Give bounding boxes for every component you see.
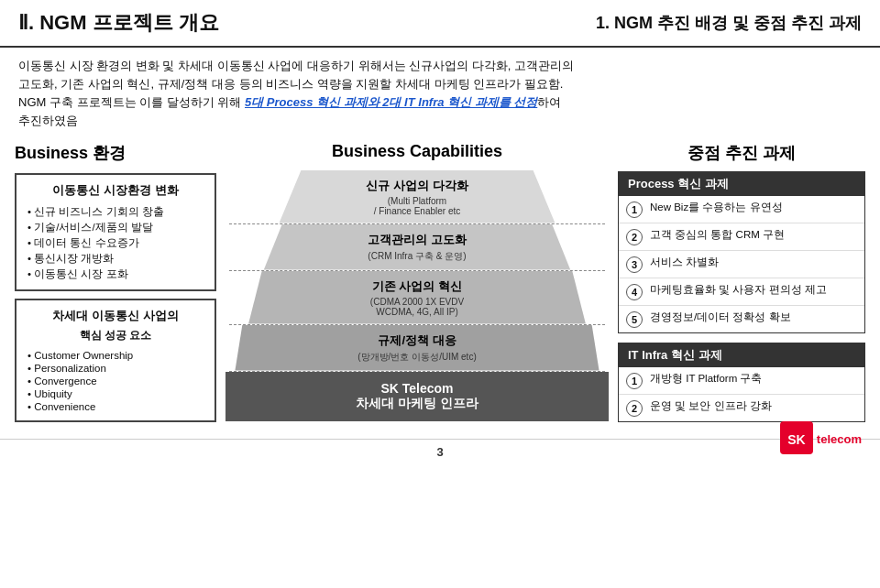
right-col-header: 중점 추진 과제 (618, 142, 865, 164)
list-item: Convergence (28, 375, 205, 387)
infra-section: IT Infra 혁신 과제 1 개방형 IT Platform 구축 2 운영… (618, 343, 865, 422)
pyramid-row-3-sub: (CDMA 2000 1X EVDV WCDMA, 4G, All IP) (370, 297, 464, 317)
right-column: 중점 추진 과제 Process 혁신 과제 1 New Biz를 수용하는 유… (618, 142, 865, 431)
sk-logo-icon: SK (780, 421, 813, 454)
env-list: 신규 비즈니스 기회의 창출 기술/서비스/제품의 발달 데이터 통신 수요증가… (26, 204, 205, 282)
main-content: Business 환경 이동통신 시장환경 변화 신규 비즈니스 기회의 창출 … (0, 135, 880, 439)
process-item-3: 3 서비스 차별화 (619, 251, 864, 278)
process-text-4: 마케팅효율화 및 사용자 편의성 제고 (650, 283, 857, 297)
success-box: 차세대 이동통신 사업의 핵심 성공 요소 Customer Ownership… (15, 299, 216, 422)
middle-column: Business Capabilities 신규 사업의 다각화 (Multi … (226, 142, 609, 431)
process-section-header: Process 혁신 과제 (619, 172, 864, 196)
pyramid: 신규 사업의 다각화 (Multi Platform / Finance Ena… (226, 170, 609, 421)
pyramid-row-5-title: SK Telecom 차세대 마케팅 인프라 (356, 381, 478, 412)
list-item: Ubiquity (28, 387, 205, 400)
process-num-1: 1 (626, 201, 643, 218)
header-title-right: 1. NGM 추진 배경 및 중점 추진 과제 (596, 12, 862, 34)
infra-section-header: IT Infra 혁신 과제 (619, 343, 864, 367)
pyramid-row-1-sub: (Multi Platform / Finance Enabler etc (374, 196, 461, 216)
pyramid-row-2-inner: 고객관리의 고도화 (CRM Infra 구축 & 운영) (368, 232, 467, 263)
list-item: Personalization (28, 362, 205, 375)
process-text-5: 경영정보/데이터 정확성 확보 (650, 310, 857, 324)
process-num-3: 3 (626, 256, 643, 273)
pyramid-row-1-title: 신규 사업의 다각화 (366, 178, 468, 194)
intro-line2: 고도화, 기존 사업의 혁신, 규제/정책 대응 등의 비즈니스 역량을 지원할… (18, 75, 862, 93)
left-col-header: Business 환경 (15, 142, 216, 164)
process-item-1: 1 New Biz를 수용하는 유연성 (619, 196, 864, 223)
pyramid-divider-3 (229, 324, 605, 325)
pyramid-row-2: 고객관리의 고도화 (CRM Infra 구축 & 운영) (264, 224, 570, 270)
logo-telecom-text: telecom (817, 432, 862, 446)
success-box-title: 차세대 이동통신 사업의 (26, 308, 205, 324)
pyramid-row-3-title: 기존 사업의 혁신 (372, 278, 462, 295)
pyramid-row-1-inner: 신규 사업의 다각화 (Multi Platform / Finance Ena… (366, 178, 468, 216)
page-header: Ⅱ. NGM 프로젝트 개요 1. NGM 추진 배경 및 중점 추진 과제 (0, 0, 880, 48)
list-item: 신규 비즈니스 기회의 창출 (28, 204, 205, 220)
infra-text-2: 운영 및 보안 인프라 강화 (650, 399, 857, 413)
list-item: 데이터 통신 수요증가 (28, 235, 205, 251)
process-text-2: 고객 중심의 통합 CRM 구현 (650, 228, 857, 242)
infra-num-1: 1 (626, 373, 643, 389)
intro-line3-after: 하여 (537, 95, 561, 109)
process-item-4: 4 마케팅효율화 및 사용자 편의성 제고 (619, 278, 864, 306)
env-box: 이동통신 시장환경 변화 신규 비즈니스 기회의 창출 기술/서비스/제품의 발… (15, 173, 216, 291)
process-section: Process 혁신 과제 1 New Biz를 수용하는 유연성 2 고객 중… (618, 171, 865, 333)
middle-col-header: Business Capabilities (226, 142, 609, 161)
success-box-subtitle: 핵심 성공 요소 (26, 328, 205, 343)
intro-highlight: 5대 Process 혁신 과제와 2대 IT Infra 혁신 과제를 선정 (245, 95, 537, 109)
success-list: Customer Ownership Personalization Conve… (26, 349, 205, 413)
header-title-left: Ⅱ. NGM 프로젝트 개요 (18, 9, 219, 37)
process-item-5: 5 경영정보/데이터 정확성 확보 (619, 306, 864, 332)
list-item: 이동통신 시장 포화 (28, 267, 205, 282)
left-column: Business 환경 이동통신 시장환경 변화 신규 비즈니스 기회의 창출 … (15, 142, 216, 431)
pyramid-row-5: SK Telecom 차세대 마케팅 인프라 (226, 372, 609, 421)
list-item: Customer Ownership (28, 349, 205, 362)
intro-line4: 추진하였음 (18, 112, 862, 130)
process-item-2: 2 고객 중심의 통합 CRM 구현 (619, 223, 864, 251)
pyramid-row-4-inner: 규제/정책 대응 (망개방/번호 이동성/UIM etc) (358, 332, 476, 364)
pyramid-row-3-inner: 기존 사업의 혁신 (CDMA 2000 1X EVDV WCDMA, 4G, … (370, 278, 464, 317)
intro-line3: NGM 구축 프로젝트는 이를 달성하기 위해 5대 Process 혁신 과제… (18, 93, 862, 112)
pyramid-row-2-sub: (CRM Infra 구축 & 운영) (368, 250, 466, 263)
page-number: 3 (436, 445, 443, 459)
process-num-2: 2 (626, 229, 643, 245)
process-num-5: 5 (626, 311, 643, 328)
intro-line3-before: NGM 구축 프로젝트는 이를 달성하기 위해 (18, 95, 245, 109)
pyramid-row-4-sub: (망개방/번호 이동성/UIM etc) (358, 351, 476, 364)
svg-text:SK: SK (787, 432, 805, 447)
list-item: Convenience (28, 400, 205, 413)
pyramid-row-2-title: 고객관리의 고도화 (368, 232, 467, 248)
pyramid-row-3: 기존 사업의 혁신 (CDMA 2000 1X EVDV WCDMA, 4G, … (248, 271, 586, 324)
list-item: 통신시장 개방화 (28, 251, 205, 267)
infra-item-1: 1 개방형 IT Platform 구축 (619, 367, 864, 395)
env-box-title: 이동통신 시장환경 변화 (26, 182, 205, 199)
pyramid-divider-2 (229, 270, 605, 271)
pyramid-divider-1 (229, 223, 605, 224)
logo-sk: SK (780, 421, 813, 457)
process-text-1: New Biz를 수용하는 유연성 (650, 201, 857, 214)
process-num-4: 4 (626, 284, 643, 300)
pyramid-row-4-title: 규제/정책 대응 (378, 332, 456, 349)
pyramid-row-1: 신규 사업의 다각화 (Multi Platform / Finance Ena… (280, 170, 556, 223)
process-text-3: 서비스 차별화 (650, 256, 857, 269)
pyramid-row-5-inner: SK Telecom 차세대 마케팅 인프라 (356, 381, 478, 412)
infra-item-2: 2 운영 및 보안 인프라 강화 (619, 395, 864, 421)
intro-section: 이동통신 시장 환경의 변화 및 차세대 이동통신 사업에 대응하기 위해서는 … (0, 48, 880, 135)
intro-line1: 이동통신 시장 환경의 변화 및 차세대 이동통신 사업에 대응하기 위해서는 … (18, 57, 862, 75)
pyramid-row-4: 규제/정책 대응 (망개방/번호 이동성/UIM etc) (235, 325, 599, 371)
page-footer: 3 SK telecom (0, 439, 880, 464)
logo-area: SK telecom (780, 421, 862, 457)
infra-text-1: 개방형 IT Platform 구축 (650, 372, 857, 386)
infra-num-2: 2 (626, 400, 643, 417)
list-item: 기술/서비스/제품의 발달 (28, 220, 205, 235)
